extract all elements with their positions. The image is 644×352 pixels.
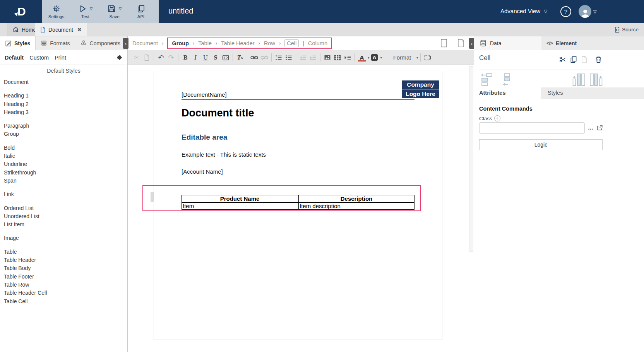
delete-element-button[interactable] — [595, 56, 603, 63]
indent-button[interactable] — [308, 53, 318, 63]
document-page[interactable]: [DocumentName] Company Logo Here Documen… — [154, 71, 442, 340]
bulleted-list-button[interactable] — [284, 53, 294, 63]
link-button[interactable] — [249, 53, 259, 63]
style-item[interactable]: List Item — [4, 220, 127, 229]
bg-color-caret[interactable]: ▾ — [380, 56, 382, 60]
app-logo[interactable]: D — [0, 0, 42, 23]
example-paragraph[interactable]: Example text - This is static texts — [182, 151, 266, 158]
redo-button[interactable]: ↷ — [166, 53, 176, 63]
test-button[interactable]: ▽ Test — [71, 0, 100, 23]
advanced-view-dropdown[interactable]: Advanced View ▽ — [500, 8, 547, 14]
panel-tab-element[interactable]: </> Element — [541, 36, 644, 50]
text-color-button[interactable]: A — [357, 53, 367, 63]
filter-print[interactable]: Print — [55, 55, 66, 61]
account-name-placeholder[interactable]: [Account Name] — [182, 168, 223, 175]
undo-button[interactable]: ↶ — [156, 53, 166, 63]
logic-button[interactable]: Logic — [479, 139, 603, 150]
avatar[interactable] — [579, 5, 591, 18]
merge-cell-right-button[interactable] — [497, 73, 511, 87]
style-item[interactable]: Heading 2 — [4, 100, 127, 108]
breadcrumb-row[interactable]: Row — [264, 40, 275, 46]
style-item[interactable]: Bold — [4, 144, 127, 152]
code-snippet-button[interactable] — [221, 53, 231, 63]
style-item[interactable]: Strikethrough — [4, 169, 127, 177]
style-item[interactable]: Image — [4, 234, 127, 242]
copy-element-button[interactable] — [570, 56, 577, 63]
style-item[interactable]: Table Footer — [4, 273, 127, 281]
scrollbar-thumb[interactable] — [469, 66, 473, 252]
api-button[interactable]: API — [129, 0, 153, 23]
sidebar-tab-components[interactable]: Components — [75, 36, 125, 50]
strikethrough-button[interactable]: S — [211, 53, 221, 63]
breadcrumb-table-header[interactable]: Table Header — [221, 40, 254, 46]
paste-element-button[interactable] — [581, 56, 588, 63]
style-item[interactable]: Ordered List — [4, 204, 127, 212]
italic-button[interactable]: I — [190, 53, 200, 63]
insert-column-before-button[interactable] — [572, 73, 586, 87]
breadcrumb-cell[interactable]: Cell — [284, 39, 299, 47]
style-item[interactable]: Table Header Cell — [4, 289, 127, 297]
page-preview-icon[interactable] — [457, 38, 464, 48]
style-item[interactable]: Italic — [4, 152, 127, 160]
bold-button[interactable]: B — [180, 53, 190, 63]
tab-document[interactable]: Document ✖ — [35, 23, 87, 36]
style-item[interactable]: Table — [4, 248, 127, 256]
save-button[interactable]: ▽ Save — [100, 0, 129, 23]
help-button[interactable]: ? — [560, 6, 571, 17]
style-item[interactable]: Group — [4, 130, 127, 138]
class-help-icon[interactable]: ? — [494, 115, 500, 121]
insert-template-button[interactable] — [343, 53, 353, 63]
paste-button[interactable] — [142, 53, 152, 63]
document-title-text[interactable]: Document title — [182, 107, 254, 119]
style-item[interactable]: Span — [4, 177, 127, 185]
table-header-cell[interactable]: Product Name — [182, 195, 299, 203]
class-more-button[interactable]: … — [588, 125, 594, 131]
vertical-scrollbar[interactable] — [469, 65, 474, 352]
class-input[interactable] — [479, 122, 585, 134]
collapse-left-panel-button[interactable]: ‹ — [123, 38, 128, 49]
close-tab-icon[interactable]: ✖ — [77, 27, 82, 32]
style-item[interactable]: Table Body — [4, 264, 127, 272]
styles-settings-gear-icon[interactable] — [116, 54, 123, 61]
filter-custom[interactable]: Custom — [29, 55, 49, 61]
bg-color-button[interactable]: A — [370, 53, 380, 63]
filter-default[interactable]: Default — [5, 55, 24, 61]
insert-column-after-button[interactable] — [589, 73, 603, 87]
table-cell[interactable]: Item description — [299, 202, 414, 210]
merge-cell-left-button[interactable] — [480, 73, 493, 87]
breadcrumb-group[interactable]: Group — [172, 40, 189, 46]
open-external-icon[interactable] — [596, 125, 603, 131]
cut-button[interactable]: ✂ — [132, 53, 142, 63]
style-item[interactable]: Link — [4, 190, 127, 198]
breadcrumb-column[interactable]: Column — [308, 40, 327, 46]
show-blocks-button[interactable] — [423, 53, 433, 63]
style-item[interactable]: Table Header — [4, 256, 127, 264]
outdent-button[interactable] — [298, 53, 308, 63]
company-logo-placeholder[interactable]: Company Logo Here — [402, 80, 439, 98]
insert-table-button[interactable] — [332, 53, 343, 63]
breadcrumb-document[interactable]: Document — [132, 40, 158, 46]
table-drag-handle[interactable] — [151, 192, 154, 202]
style-item[interactable]: Paragraph — [4, 122, 127, 130]
document-title-header[interactable]: untitled — [168, 7, 194, 15]
settings-button[interactable]: Settings — [42, 0, 71, 23]
avatar-dropdown-caret[interactable]: ▽ — [593, 9, 596, 14]
unlink-button[interactable] — [259, 53, 269, 63]
style-item[interactable]: Table Row — [4, 281, 127, 289]
format-caret[interactable]: ▾ — [416, 56, 418, 60]
table-header-cell[interactable]: Description — [299, 195, 414, 203]
sidebar-tab-formats[interactable]: Formats — [36, 36, 75, 50]
style-item[interactable]: Heading 1 — [4, 92, 127, 100]
cut-element-button[interactable] — [559, 56, 567, 63]
product-table[interactable]: Product Name Description Item Item descr… — [182, 195, 414, 210]
style-item[interactable]: Table Cell — [4, 297, 127, 306]
table-cell[interactable]: Item — [182, 202, 299, 210]
sidebar-tab-styles[interactable]: Styles — [0, 36, 36, 50]
remove-format-button[interactable]: Tx — [235, 53, 245, 63]
insert-image-button[interactable] — [322, 53, 332, 63]
tab-styles[interactable]: Styles — [541, 87, 644, 99]
style-item[interactable]: Document — [4, 78, 127, 86]
source-button[interactable]: Source — [614, 23, 639, 36]
breadcrumb-table[interactable]: Table — [198, 40, 212, 46]
test-dropdown-caret[interactable]: ▽ — [90, 7, 93, 11]
